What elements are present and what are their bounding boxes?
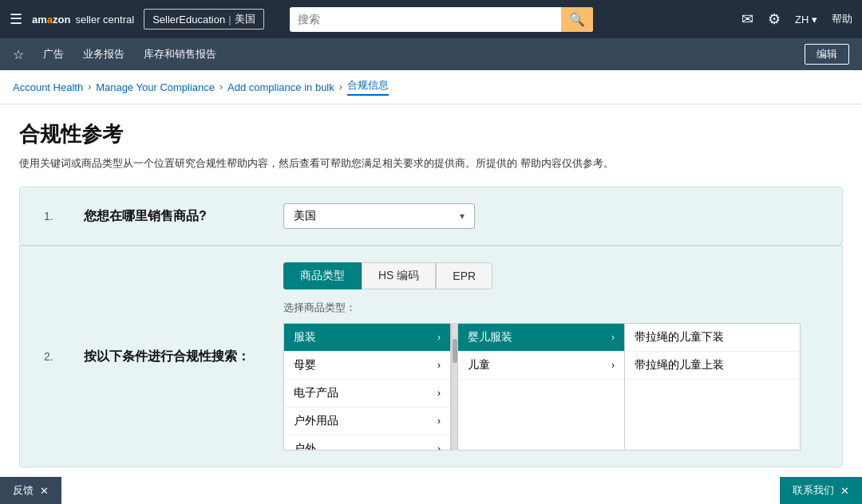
section-2-control: 商品类型 HS 编码 EPR 选择商品类型： 服装 › [283, 262, 818, 451]
breadcrumb-add-compliance[interactable]: Add compliance in bulk [227, 81, 334, 93]
second-nav: ☆ 广告 业务报告 库存和销售报告 编辑 [0, 38, 862, 70]
breadcrumb: Account Health › Manage Your Compliance … [0, 70, 862, 104]
cat-item-clothing[interactable]: 服装 › [284, 324, 450, 352]
search-button[interactable]: 🔍 [561, 7, 593, 32]
cat-arrow-baby-clothing: › [611, 332, 615, 343]
feedback-close-icon[interactable]: ✕ [40, 485, 49, 497]
logo-area: amazon seller central [32, 14, 134, 26]
cat-item-top[interactable]: 带拉绳的儿童上装 [625, 352, 800, 380]
hamburger-icon[interactable]: ☰ [10, 10, 22, 28]
section-2-card: 2. 按以下条件进行合规性搜索： 商品类型 HS 编码 EPR 选择商品类型： … [19, 246, 843, 467]
country-dropdown[interactable]: 美国 ▾ [283, 203, 475, 229]
breadcrumb-arrow-3: › [339, 81, 342, 93]
tab-epr[interactable]: EPR [436, 262, 492, 289]
page-description: 使用关键词或商品类型从一个位置研究合规性帮助内容，然后查看可帮助您满足相关要求的… [19, 156, 843, 171]
section-1-num: 1. [44, 210, 60, 222]
section-2-num: 2. [44, 350, 60, 363]
gear-icon[interactable]: ⚙ [768, 10, 781, 28]
search-bar: 🔍 [290, 7, 593, 32]
section-1-card: 1. 您想在哪里销售商品? 美国 ▾ [19, 187, 843, 246]
cat-arrow-muyig: › [437, 360, 441, 371]
cat-label-outdoor: 户外用品 [294, 414, 338, 428]
nav-report[interactable]: 业务报告 [83, 47, 125, 61]
top-nav: ☰ amazon seller central SellerEducation … [0, 0, 862, 38]
breadcrumb-current[interactable]: 合规信息 [347, 78, 389, 96]
cat-label-muyig: 母婴 [294, 358, 316, 372]
page-title: 合规性参考 [19, 120, 843, 148]
cat-label-electronics: 电子产品 [294, 386, 338, 400]
nav-ad[interactable]: 广告 [43, 47, 64, 61]
section-2-row: 2. 按以下条件进行合规性搜索： 商品类型 HS 编码 EPR 选择商品类型： … [44, 262, 818, 451]
cat-label-outdoor2: 户外 [294, 442, 316, 451]
lang-selector[interactable]: ZH ▾ [795, 14, 817, 26]
section-1-row: 1. 您想在哪里销售商品? 美国 ▾ [44, 203, 818, 229]
logo-amazon: amazon [32, 14, 70, 26]
contact-close-icon[interactable]: ✕ [840, 485, 849, 497]
breadcrumb-manage-compliance[interactable]: Manage Your Compliance [96, 81, 215, 93]
cat-label-children: 儿童 [468, 358, 490, 372]
cat-label-clothing: 服装 [294, 330, 316, 345]
cat-item-baby-clothing[interactable]: 婴儿服装 › [458, 324, 624, 352]
contact-label: 联系我们 [793, 483, 834, 498]
search-tab-group: 商品类型 HS 编码 EPR [283, 262, 818, 289]
contact-button[interactable]: 联系我们 ✕ [780, 477, 862, 504]
store-name: SellerEducation [152, 14, 225, 26]
category-col-2: 婴儿服装 › 儿童 › [457, 323, 625, 451]
second-nav-right: 编辑 [805, 44, 849, 65]
breadcrumb-account-health[interactable]: Account Health [13, 81, 83, 93]
breadcrumb-arrow-1: › [88, 81, 91, 93]
edit-button[interactable]: 编辑 [805, 44, 849, 65]
mail-icon[interactable]: ✉ [741, 10, 753, 28]
help-link[interactable]: 帮助 [832, 12, 852, 26]
search-input[interactable] [290, 8, 561, 30]
cat-arrow-children: › [611, 360, 615, 371]
store-region: 美国 [235, 12, 255, 26]
cat-item-electronics[interactable]: 电子产品 › [284, 380, 450, 408]
section-1-control: 美国 ▾ [283, 203, 818, 229]
nav-right: ✉ ⚙ ZH ▾ 帮助 [741, 10, 852, 28]
section-2-label: 按以下条件进行合规性搜索： [84, 348, 259, 365]
feedback-button[interactable]: 反馈 ✕ [0, 477, 61, 504]
store-sep: | [228, 14, 231, 26]
cat-arrow-clothing: › [437, 332, 441, 343]
feedback-label: 反馈 [13, 483, 34, 498]
cat-scroll-thumb-1 [453, 339, 457, 363]
cat-arrow-electronics: › [437, 388, 441, 399]
cat-item-outdoor2[interactable]: 户外 › [284, 435, 450, 451]
cat-item-muyig[interactable]: 母婴 › [284, 352, 450, 380]
nav-inventory[interactable]: 库存和销售报告 [144, 47, 216, 61]
cat-item-outdoor[interactable]: 户外用品 › [284, 408, 450, 435]
country-dropdown-value: 美国 [294, 209, 316, 223]
category-label: 选择商品类型： [283, 301, 818, 315]
logo-seller: seller central [75, 14, 134, 26]
bookmark-icon[interactable]: ☆ [13, 47, 24, 62]
category-columns: 服装 › 母婴 › 电子产品 › [283, 323, 818, 451]
cat-arrow-outdoor: › [437, 415, 441, 427]
cat-scroll-1[interactable] [451, 323, 457, 451]
chevron-down-icon: ▾ [460, 211, 465, 222]
cat-item-children[interactable]: 儿童 › [458, 352, 624, 380]
breadcrumb-arrow-2: › [219, 81, 223, 93]
cat-arrow-outdoor2: › [437, 443, 441, 451]
category-col-1: 服装 › 母婴 › 电子产品 › [283, 323, 451, 451]
cat-item-pants[interactable]: 带拉绳的儿童下装 [625, 324, 800, 352]
cat-col1-wrapper: 服装 › 母婴 › 电子产品 › [283, 323, 457, 451]
cat-label-baby-clothing: 婴儿服装 [468, 330, 512, 345]
page-content: 合规性参考 使用关键词或商品类型从一个位置研究合规性帮助内容，然后查看可帮助您满… [0, 104, 862, 483]
category-col-3: 带拉绳的儿童下装 带拉绳的儿童上装 [625, 323, 801, 451]
section-1-label: 您想在哪里销售商品? [84, 208, 259, 225]
tab-product-type[interactable]: 商品类型 [283, 262, 362, 289]
tab-hs-code[interactable]: HS 编码 [362, 262, 436, 289]
